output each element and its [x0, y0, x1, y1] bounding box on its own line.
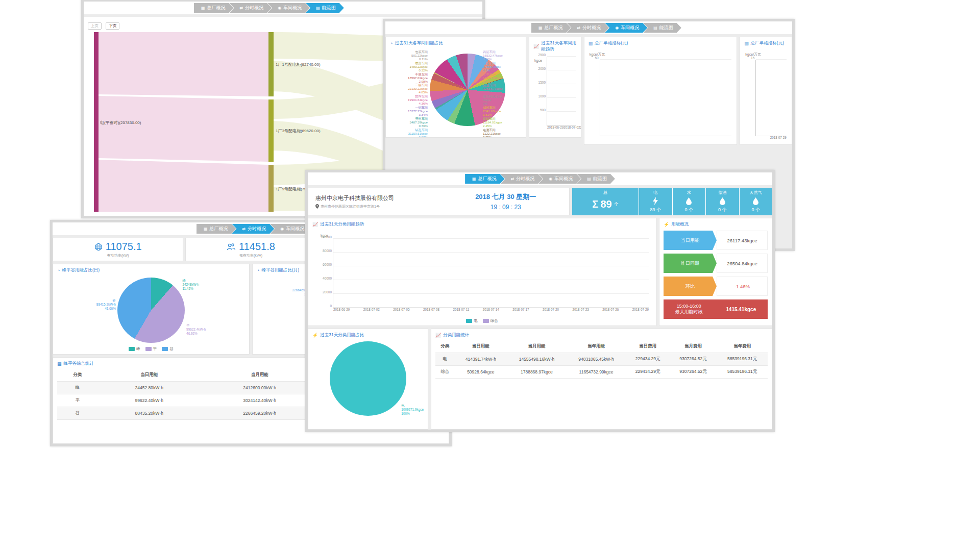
y-tick-label: 500 [540, 108, 546, 112]
table-header: 当日用能 [455, 340, 507, 353]
panel-title: 过去31天分类用能趋势 [320, 221, 364, 228]
x-tick-label: 2018-07-05 [580, 126, 581, 129]
stat-label: 视在功率(kVA) [239, 253, 262, 258]
stat-active-power: 11075.1 有功功率(kW) [53, 238, 183, 261]
x-tick-label [409, 308, 416, 311]
x-tick-label: 2018-06-29 [333, 308, 350, 311]
tab-bar: ▦总厂概况⇄分时概况◉车间概况▤能流图 [531, 23, 681, 33]
pie-legend: 峰平谷 [53, 346, 249, 352]
pie-icon: ◔ [390, 41, 393, 46]
y-tick-label: 60000 [323, 263, 332, 266]
meter-tiles: 总Σ89个电89 个水0 个柴油0 个天然气0 个 [572, 188, 772, 215]
lightning-icon [652, 197, 658, 205]
table-header: 当日用能 [98, 369, 201, 382]
tab-icon: ▤ [316, 6, 320, 10]
x-tick-label: 2018-07-17 [512, 308, 529, 311]
tab-总厂概况[interactable]: ▦总厂概况 [531, 23, 571, 33]
pie-label: 平99622.4kW·h46.92% [186, 323, 206, 336]
category-pie-chart[interactable] [330, 341, 406, 416]
pie-slice-label: 沉金车间12633.77kgce2.77% [483, 84, 525, 94]
pie-icon: ◔ [57, 268, 60, 273]
tab-总厂概况[interactable]: ▦总厂概况 [465, 174, 505, 184]
x-tick-label [380, 308, 386, 311]
company-address: 惠州市仲恺高新区陈江街道中京路1号 [321, 204, 380, 209]
x-tick-label [439, 308, 446, 311]
y-tick-label: 15 [751, 56, 754, 60]
pie-labels-right: 四层车间16532.47kgce3.62%压合车间27868.4kgce6.1%… [483, 51, 525, 138]
tab-icon: ◉ [280, 227, 284, 231]
y-tick-label: 2000 [538, 67, 546, 70]
table-row[interactable]: 电414391.74kW·h14555498.16kW·h94831065.45… [435, 353, 768, 366]
current-date: 2018 七月 30 星期一 [443, 192, 570, 202]
meter-tile-柴油[interactable]: 柴油0 个 [706, 188, 739, 215]
tab-车间概况[interactable]: ◉车间概况 [605, 23, 647, 33]
daily-trend-chart[interactable]: 0200004000060000800001000002018-06-29201… [333, 239, 649, 308]
x-tick-label [506, 308, 512, 311]
tab-能流图[interactable]: ▤能流图 [306, 3, 344, 13]
water-drop-icon [686, 197, 692, 205]
tab-能流图[interactable]: ▤能流图 [577, 174, 615, 184]
legend-item[interactable]: 平 [145, 346, 157, 352]
pie-icon: ◔ [257, 268, 259, 273]
sankey-source-node [94, 32, 99, 212]
unit-indicator-chart-2[interactable]: 152018-07-29 [755, 60, 787, 136]
tab-icon: ▤ [587, 177, 591, 181]
x-tick-label: 2018-07-29 [632, 308, 649, 311]
category-pie-panel: ⚡过去31天分类用能占比 电1009271.9kgce100% [308, 329, 428, 430]
tab-分时概况[interactable]: ⇄分时概况 [232, 224, 275, 234]
tab-车间概况[interactable]: ◉车间概况 [538, 174, 581, 184]
stat-value: 11451.8 [239, 241, 275, 253]
tab-分时概况[interactable]: ⇄分时概况 [501, 174, 543, 184]
panel-title: 分类用能统计 [443, 332, 469, 338]
pie-slice-label: 一铜车间15277.25kgce3.34% [387, 106, 428, 117]
bar-chart-icon: ▥ [589, 41, 593, 46]
x-tick-label: 2018-07-20 [543, 308, 559, 311]
legend-item[interactable]: 谷 [162, 346, 174, 352]
sankey-target-node-3 [268, 165, 274, 212]
meter-tile-总[interactable]: 总Σ89个 [572, 188, 639, 215]
unit-indicator-panel-1: ▥总厂单格指标(元) kgce/万元 50 [584, 37, 738, 145]
tab-总厂概况[interactable]: ▦总厂概况 [194, 3, 234, 13]
globe-icon [94, 243, 103, 251]
tab-分时概况[interactable]: ⇄分时概况 [567, 23, 609, 33]
unit-indicator-chart-1[interactable]: 50 [600, 60, 732, 136]
legend-item[interactable]: 峰 [129, 346, 140, 352]
energy-row-当日用能: 当日用能26117.43kgce [664, 231, 768, 250]
tou-pie-day-panel: ◔峰平谷用能占比(日) 峰24248kW·h11.42% 平99622.4kW·… [53, 264, 250, 355]
location-pin-icon [315, 204, 319, 209]
pie-slice-label: 激光钝化车间0kgce0% [483, 95, 525, 106]
x-tick-label: 2018-07-08 [423, 308, 439, 311]
table-header: 分类 [435, 340, 455, 353]
tou-pie-day-chart[interactable] [117, 278, 185, 343]
panel-title: 过去31天各车间用能趋势 [541, 40, 576, 53]
x-tick-label [536, 308, 543, 311]
tab-车间概况[interactable]: ◉车间概况 [267, 3, 310, 13]
tab-能流图[interactable]: ▤能流图 [643, 23, 681, 33]
y-tick-label: 2500 [538, 53, 546, 57]
meter-tile-水[interactable]: 水0 个 [673, 188, 706, 215]
y-tick-label: 100000 [321, 235, 332, 239]
workshop-trend-chart[interactable]: 50010001500200025002018-06-292018-07-022… [547, 57, 576, 126]
sankey-target-node-2 [268, 99, 274, 162]
pie-slice-label: 开料车间3487.39kgce0.76% [387, 117, 428, 128]
meter-tile-天然气[interactable]: 天然气0 个 [740, 188, 773, 215]
x-tick-label [589, 308, 596, 311]
sankey-target-node-1 [268, 32, 274, 96]
category-table: 分类当日用能当月用能当年用能当日费用当月费用当年费用电414391.74kW·h… [435, 340, 768, 379]
daily-trend-panel: 📈过去31天分类用能趋势 kgce 0200004000060000800001… [308, 218, 656, 326]
legend-item[interactable]: 电 [466, 318, 478, 323]
tab-总厂概况[interactable]: ▦总厂概况 [197, 224, 236, 234]
tab-icon: ▦ [472, 177, 476, 181]
table-icon: ▦ [57, 361, 62, 366]
legend-item[interactable]: 综合 [483, 318, 498, 323]
meter-tile-电[interactable]: 电89 个 [639, 188, 672, 215]
tab-分时概况[interactable]: ⇄分时概况 [230, 3, 272, 13]
pie-slice-label: 喷锡车间11184.01kgce2.45% [483, 117, 525, 128]
sankey-target-label: 1厂3号配电柜(89620.00) [276, 129, 321, 133]
pie-slice-label: 干膜车间13597.01kgce2.98% [387, 73, 428, 84]
energy-row-环比: 环比-1.46% [664, 277, 768, 296]
table-row[interactable]: 综合50928.64kgce1788868.97kgce11654732.99k… [435, 366, 768, 379]
x-tick-label [499, 308, 506, 311]
panel-title: 过去31天分类用能占比 [320, 332, 364, 338]
x-tick-label [566, 308, 572, 311]
